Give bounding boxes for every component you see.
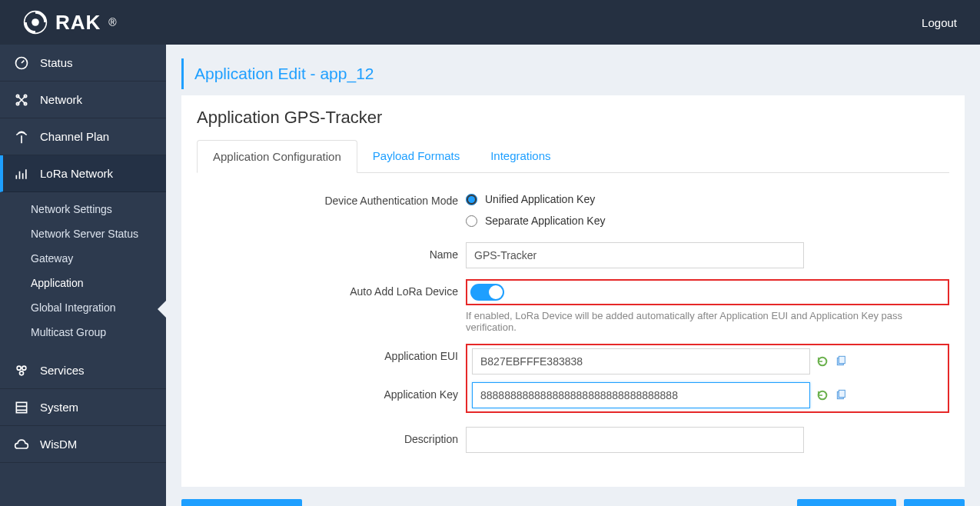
cloud-icon bbox=[14, 437, 29, 452]
label-description: Description bbox=[197, 427, 466, 451]
sidebar-sub-global-integration[interactable]: Global Integration bbox=[0, 295, 166, 320]
sidebar-sub-gateway[interactable]: Gateway bbox=[0, 246, 166, 271]
sidebar-item-label: System bbox=[40, 401, 78, 414]
radio-unified-input[interactable] bbox=[466, 194, 477, 205]
radio-separate-label: Separate Application Key bbox=[485, 215, 605, 227]
sidebar-item-lora-network[interactable]: LoRa Network bbox=[0, 155, 166, 192]
services-icon bbox=[14, 363, 29, 378]
label-app-eui: Application EUI bbox=[197, 344, 466, 368]
sidebar-sub-network-settings[interactable]: Network Settings bbox=[0, 197, 166, 221]
copy-icon[interactable] bbox=[835, 355, 847, 368]
svg-rect-12 bbox=[839, 356, 845, 363]
sidebar-item-label: Services bbox=[40, 364, 85, 377]
regenerate-icon[interactable] bbox=[816, 355, 829, 368]
radio-unified-key[interactable]: Unified Application Key bbox=[466, 188, 949, 210]
sidebar-item-label: Network bbox=[40, 93, 82, 106]
sidebar-item-label: Status bbox=[40, 56, 73, 69]
sidebar-item-label: Channel Plan bbox=[40, 130, 109, 143]
sidebar-item-label: WisDM bbox=[40, 438, 77, 451]
sidebar-item-network[interactable]: Network bbox=[0, 82, 166, 118]
save-apply-button[interactable]: Save & Apply bbox=[797, 499, 896, 506]
sidebar-sub-multicast-group[interactable]: Multicast Group bbox=[0, 320, 166, 345]
app-key-input[interactable] bbox=[472, 382, 810, 408]
brand-logo: RAK® bbox=[23, 10, 117, 35]
tab-integrations[interactable]: Integrations bbox=[475, 140, 566, 172]
svg-point-9 bbox=[20, 371, 24, 375]
svg-point-8 bbox=[22, 366, 26, 370]
description-input[interactable] bbox=[466, 427, 804, 453]
sidebar-item-status[interactable]: Status bbox=[0, 45, 166, 82]
highlight-box-eui-key bbox=[466, 344, 949, 413]
antenna-icon bbox=[14, 129, 29, 145]
panel-title: Application GPS-Tracker bbox=[197, 108, 949, 128]
tabs: Application Configuration Payload Format… bbox=[197, 140, 949, 173]
sidebar-item-services[interactable]: Services bbox=[0, 352, 166, 389]
sidebar-sub-application[interactable]: Application bbox=[0, 271, 166, 295]
system-icon bbox=[14, 400, 29, 415]
label-app-key: Application Key bbox=[197, 382, 466, 407]
tab-app-config[interactable]: Application Configuration bbox=[197, 140, 357, 173]
svg-rect-14 bbox=[839, 390, 845, 397]
radio-unified-label: Unified Application Key bbox=[485, 193, 595, 205]
active-sub-arrow bbox=[158, 300, 167, 318]
logout-link[interactable]: Logout bbox=[922, 16, 957, 29]
auto-add-hint: If enabled, LoRa Device will be added au… bbox=[466, 310, 949, 333]
sidebar: Status Network Channel Plan LoRa Network… bbox=[0, 45, 166, 506]
app-eui-input[interactable] bbox=[472, 348, 810, 375]
sidebar-item-system[interactable]: System bbox=[0, 389, 166, 426]
svg-point-7 bbox=[17, 366, 21, 370]
sidebar-submenu: Network Settings Network Server Status G… bbox=[0, 192, 166, 352]
copy-icon[interactable] bbox=[835, 389, 847, 401]
network-icon bbox=[14, 92, 29, 108]
label-name: Name bbox=[197, 242, 466, 267]
regenerate-icon[interactable] bbox=[816, 389, 829, 401]
svg-point-1 bbox=[32, 18, 39, 26]
label-auth-mode: Device Authentication Mode bbox=[197, 188, 466, 213]
app-header: RAK® Logout bbox=[0, 0, 980, 45]
tab-payload-formats[interactable]: Payload Formats bbox=[357, 140, 475, 172]
reset-button[interactable]: Reset bbox=[904, 499, 965, 506]
highlight-box-toggle bbox=[466, 279, 949, 305]
panel: Application GPS-Tracker Application Conf… bbox=[181, 95, 965, 487]
sidebar-item-label: LoRa Network bbox=[40, 167, 113, 180]
auto-add-toggle[interactable] bbox=[470, 284, 504, 301]
svg-rect-10 bbox=[16, 402, 26, 412]
brand-name: RAK bbox=[55, 11, 101, 35]
sidebar-item-channel-plan[interactable]: Channel Plan bbox=[0, 118, 166, 155]
back-button[interactable]: Back to Overview bbox=[181, 499, 302, 506]
label-auto-add: Auto Add LoRa Device bbox=[197, 279, 466, 304]
barchart-icon bbox=[14, 166, 29, 181]
main-content: Application Edit - app_12 Application GP… bbox=[166, 45, 980, 506]
gauge-icon bbox=[14, 55, 29, 71]
radio-separate-key[interactable]: Separate Application Key bbox=[466, 210, 949, 231]
page-title: Application Edit - app_12 bbox=[181, 58, 965, 89]
rak-logo-icon bbox=[23, 10, 48, 35]
sidebar-sub-network-server-status[interactable]: Network Server Status bbox=[0, 221, 166, 246]
sidebar-item-wisdm[interactable]: WisDM bbox=[0, 426, 166, 463]
radio-separate-input[interactable] bbox=[466, 215, 477, 227]
footer-buttons: Back to Overview Save & Apply Reset bbox=[181, 487, 965, 506]
name-input[interactable] bbox=[466, 242, 804, 268]
